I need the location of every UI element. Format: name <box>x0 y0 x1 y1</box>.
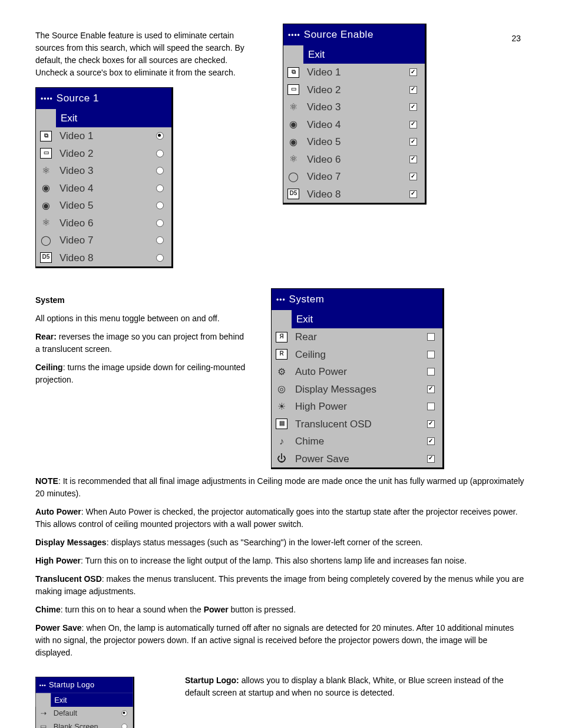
menu-item-label: Video 1 <box>303 65 406 80</box>
checkbox-control[interactable] <box>406 121 420 129</box>
startup-logo-paragraph: Startup Logo: allows you to display a bl… <box>185 674 527 699</box>
radio-control[interactable] <box>153 236 167 244</box>
radio-control[interactable] <box>153 219 167 227</box>
menu-title-label: Startup Logo <box>49 681 95 689</box>
auto-power-paragraph: Auto Power: When Auto Power is checked, … <box>35 506 527 531</box>
menu-item-label: Power Save <box>292 452 424 467</box>
menu-item[interactable]: D5 Video 8 <box>36 249 171 267</box>
display-messages-paragraph: Display Messages: displays status messag… <box>35 536 527 549</box>
radio-control[interactable] <box>153 150 167 157</box>
menu-item-label: Video 4 <box>303 117 406 133</box>
menu-item[interactable]: ⚛ Video 6 <box>283 151 425 169</box>
menu-item[interactable]: ◯ Video 7 <box>283 168 425 186</box>
menu-exit-row[interactable]: Exit <box>36 109 171 128</box>
radio-control[interactable] <box>153 254 167 262</box>
checkbox-control[interactable] <box>406 138 420 146</box>
item-icon: ⚛ <box>283 154 303 164</box>
exit-icon-cell <box>283 45 303 64</box>
exit-icon-cell <box>36 109 56 128</box>
menu-item-label: Ceiling <box>292 347 424 363</box>
menu-item[interactable]: ♪ Chime <box>272 433 442 450</box>
menu-title-label: Source Enable <box>304 29 373 40</box>
menu-item-label: Video 8 <box>56 251 153 266</box>
checkbox-control[interactable] <box>406 190 420 198</box>
checkbox-control[interactable] <box>406 68 420 76</box>
radio-control[interactable] <box>153 185 167 192</box>
checkbox-control[interactable] <box>424 333 438 341</box>
menu-item-label: Default <box>51 708 119 719</box>
exit-label: Exit <box>56 109 171 128</box>
menu-item[interactable]: ⚛ Video 3 <box>36 162 171 180</box>
checkbox-control[interactable] <box>406 173 420 180</box>
checkbox-control[interactable] <box>424 420 438 428</box>
exit-icon-cell <box>36 693 51 707</box>
menu-item[interactable]: ⚛ Video 6 <box>36 215 171 232</box>
menu-item[interactable]: ⚙ Auto Power <box>272 363 442 381</box>
power-save-paragraph: Power Save: when On, the lamp is automat… <box>35 622 527 659</box>
radio-control[interactable] <box>119 723 130 728</box>
menu-item[interactable]: ◉ Video 5 <box>36 197 171 215</box>
menu-item[interactable]: ⧉ Video 1 <box>36 127 171 145</box>
menu-item-label: Video 2 <box>303 83 406 98</box>
dots-icon: ••• <box>39 683 47 689</box>
item-icon: ◯ <box>283 172 303 182</box>
exit-icon-cell <box>272 310 292 329</box>
menu-item[interactable]: ▭ Video 2 <box>36 145 171 163</box>
menu-exit-row[interactable]: Exit <box>283 45 425 64</box>
menu-item-label: Auto Power <box>292 364 424 380</box>
menu-item[interactable]: ◯ Video 7 <box>36 232 171 249</box>
source-icon: D5 <box>36 252 56 263</box>
item-icon: ⏻ <box>272 454 292 463</box>
source-icon: ⚛ <box>36 166 56 176</box>
source-icon: ⧉ <box>36 131 56 141</box>
menu-item[interactable]: Я Rear <box>272 328 442 346</box>
checkbox-control[interactable] <box>424 351 438 358</box>
radio-control[interactable] <box>153 132 167 140</box>
menu-exit-row[interactable]: Exit <box>272 310 442 329</box>
checkbox-control[interactable] <box>424 386 438 393</box>
menu-system-title: •••System <box>272 289 442 310</box>
radio-control[interactable] <box>119 710 130 716</box>
menu-item[interactable]: ⏻ Power Save <box>272 450 442 468</box>
menu-item[interactable]: ◉ Video 4 <box>36 180 171 197</box>
item-icon: R <box>272 349 292 360</box>
menu-item-label: Video 6 <box>56 216 153 231</box>
menu-item[interactable]: ◎ Display Messages <box>272 381 442 398</box>
menu-item[interactable]: ▭ Blank Screen <box>36 720 133 728</box>
menu-item[interactable]: ☀ High Power <box>272 398 442 416</box>
menu-item[interactable]: ⚛ Video 3 <box>283 98 425 116</box>
source-icon: ◉ <box>36 183 56 193</box>
item-icon: ⚙ <box>272 367 292 377</box>
exit-label: Exit <box>292 310 442 329</box>
checkbox-control[interactable] <box>406 103 420 111</box>
checkbox-control[interactable] <box>406 86 420 94</box>
source-icon: ⇢ <box>36 710 51 717</box>
radio-control[interactable] <box>153 202 167 209</box>
checkbox-control[interactable] <box>424 368 438 375</box>
menu-item[interactable]: ◉ Video 5 <box>283 133 425 151</box>
radio-control[interactable] <box>153 167 167 174</box>
menu-item-label: Video 7 <box>303 169 406 185</box>
checkbox-control[interactable] <box>424 403 438 410</box>
translucent-paragraph: Translucent OSD: makes the menus translu… <box>35 573 527 598</box>
menu-item-label: Video 8 <box>303 187 406 202</box>
menu-item-label: Video 3 <box>56 163 153 179</box>
checkbox-control[interactable] <box>406 156 420 163</box>
checkbox-control[interactable] <box>424 455 438 463</box>
menu-item[interactable]: R Ceiling <box>272 346 442 364</box>
dots-icon: ••• <box>276 296 286 304</box>
menu-startup-title: •••Startup Logo <box>36 677 133 693</box>
menu-item[interactable]: ⇢ Default <box>36 707 133 720</box>
menu-item[interactable]: ◉ Video 4 <box>283 116 425 134</box>
menu-item[interactable]: ▭ Video 2 <box>283 81 425 99</box>
menu-item[interactable]: ⧉ Video 1 <box>283 64 425 81</box>
checkbox-control[interactable] <box>424 437 438 445</box>
item-icon: ⚛ <box>283 103 303 112</box>
menu-title-label: System <box>289 294 325 305</box>
note-paragraph: NOTE: It is recommended that all final i… <box>35 475 527 500</box>
menu-item[interactable]: ▤ Translucent OSD <box>272 416 442 433</box>
menu-item-label: Translucent OSD <box>292 417 424 432</box>
system-intro: All options in this menu toggle between … <box>35 312 247 325</box>
menu-item[interactable]: D5 Video 8 <box>283 186 425 203</box>
menu-exit-row[interactable]: Exit <box>36 693 133 707</box>
